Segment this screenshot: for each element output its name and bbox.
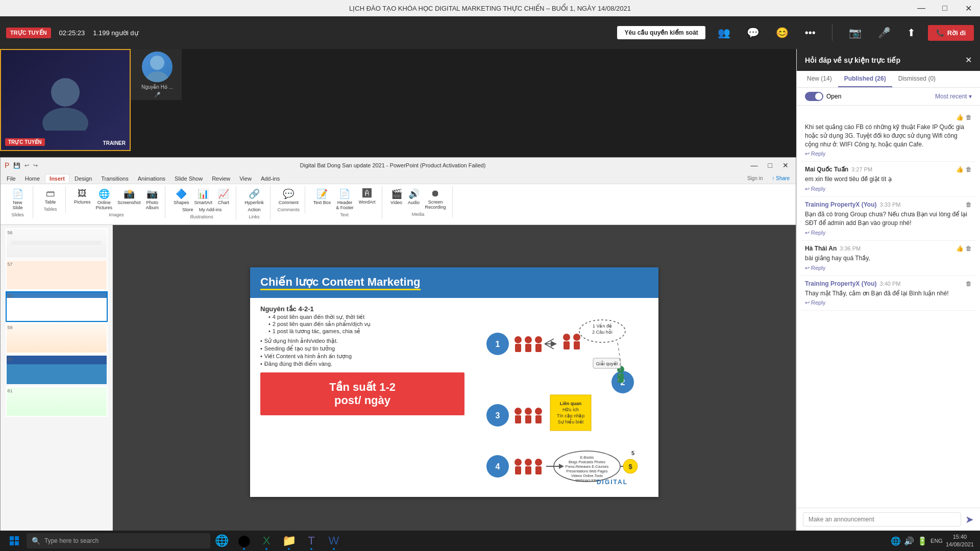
- ppt-ribbon: 📄 NewSlide Slides 🗃 Table Tables: [1, 184, 796, 225]
- tab-view[interactable]: View: [235, 174, 256, 183]
- chat-icon[interactable]: 💬: [743, 24, 764, 41]
- people-icon[interactable]: 👥: [714, 24, 734, 41]
- header-footer-button[interactable]: 📄 Header& Footer: [334, 187, 356, 211]
- tab-published[interactable]: Published (26): [838, 71, 892, 87]
- slide-thumb-58[interactable]: 58: [6, 291, 108, 322]
- bullet-3: 1 post là tương tác, games, chia sẻ: [268, 328, 464, 335]
- ppt-redo-icon[interactable]: ↪: [33, 162, 38, 169]
- share-icon[interactable]: ⬆: [903, 24, 920, 41]
- slide-thumb-59[interactable]: 59: [6, 323, 108, 354]
- mic-off-icon[interactable]: 🎤: [874, 24, 895, 41]
- share-link[interactable]: ↑ Share: [768, 174, 794, 182]
- qa-reply-button[interactable]: ↩ Reply: [805, 151, 972, 157]
- taskbar-app-teams[interactable]: T: [300, 531, 323, 551]
- maximize-button[interactable]: □: [933, 0, 957, 16]
- shapes-button[interactable]: 🔷 Shapes: [172, 187, 191, 206]
- request-control-button[interactable]: Yêu cầu quyền kiểm soát: [617, 26, 705, 39]
- text-box-button[interactable]: 📝 Text Box: [311, 187, 333, 211]
- ppt-save-icon[interactable]: 💾: [13, 162, 20, 169]
- thumbs-up-icon[interactable]: 👍: [956, 114, 964, 121]
- more-options-icon[interactable]: •••: [801, 25, 820, 41]
- tab-addins[interactable]: Add-ins: [257, 174, 284, 183]
- video-button[interactable]: 🎬 Video: [388, 187, 405, 211]
- close-qa-button[interactable]: ✕: [965, 55, 972, 65]
- leave-call-button[interactable]: 📞 Rời đi: [928, 25, 974, 41]
- taskbar-search[interactable]: 🔍 Type here to search: [27, 533, 210, 548]
- header-footer-icon: 📄: [339, 188, 350, 199]
- thumbs-up-icon[interactable]: 👍: [956, 245, 964, 252]
- sort-button[interactable]: Most recent ▾: [935, 93, 972, 100]
- table-button[interactable]: 🗃 Table: [42, 187, 59, 206]
- qa-reply-button[interactable]: ↩ Reply: [805, 265, 972, 271]
- ppt-minimize[interactable]: —: [748, 160, 761, 170]
- delete-icon[interactable]: 🗑: [966, 280, 972, 287]
- qa-reply-button[interactable]: ↩ Reply: [805, 186, 972, 192]
- action-button[interactable]: Action: [246, 206, 262, 213]
- announcement-input[interactable]: [803, 512, 961, 527]
- minimize-button[interactable]: —: [910, 0, 933, 16]
- ppt-undo-icon[interactable]: ↩: [24, 162, 29, 169]
- my-addins-button[interactable]: My Add-ins: [197, 206, 224, 213]
- store-button[interactable]: Store: [180, 206, 196, 213]
- slide-thumb-57[interactable]: 57: [6, 260, 108, 290]
- tab-slideshow[interactable]: Slide Show: [170, 174, 207, 183]
- start-button[interactable]: [2, 531, 27, 551]
- new-slide-button[interactable]: 📄 NewSlide: [10, 187, 26, 211]
- time-display[interactable]: 15:40 14/08/2021: [946, 533, 974, 549]
- svg-text:Hữu ích: Hữu ích: [562, 407, 579, 412]
- tab-transitions[interactable]: Transitions: [97, 174, 132, 183]
- tab-design[interactable]: Design: [70, 174, 96, 183]
- delete-icon[interactable]: 🗑: [966, 114, 972, 121]
- network-icon[interactable]: 🌐: [891, 536, 901, 546]
- taskbar-app-chrome[interactable]: ⬤: [233, 531, 255, 551]
- pictures-button[interactable]: 🖼 Pictures: [72, 187, 93, 211]
- call-timer: 02:25:23: [59, 29, 85, 37]
- ppt-restore[interactable]: □: [765, 160, 775, 170]
- taskbar-app-edge[interactable]: 🌐: [210, 531, 233, 551]
- open-toggle-switch[interactable]: [805, 92, 823, 101]
- wordart-button[interactable]: 🅰 WordArt: [357, 187, 378, 211]
- chart-button[interactable]: 📈 Chart: [215, 187, 232, 206]
- slide-thumb-61[interactable]: 61: [6, 386, 108, 417]
- tab-file[interactable]: File: [3, 174, 20, 183]
- smartart-button[interactable]: 📊 SmartArt: [192, 187, 215, 206]
- camera-off-icon[interactable]: 📷: [845, 24, 866, 41]
- live-badge[interactable]: TRỰC TUYẾN: [6, 28, 51, 38]
- delete-icon[interactable]: 🗑: [966, 245, 972, 252]
- comment-button[interactable]: 💬 Comment: [277, 187, 301, 206]
- volume-icon[interactable]: 🔊: [904, 536, 914, 546]
- send-button[interactable]: ➤: [965, 513, 974, 525]
- ppt-ribbon-tabs: File Home Insert Design Transitions Anim…: [1, 173, 796, 184]
- qa-reply-button[interactable]: ↩ Reply: [805, 230, 972, 236]
- screen-recording-icon: ⏺: [431, 188, 440, 199]
- screen-recording-button[interactable]: ⏺ ScreenRecording: [423, 187, 448, 211]
- delete-icon[interactable]: 🗑: [966, 166, 972, 173]
- audio-button[interactable]: 🔊 Audio: [406, 187, 422, 211]
- ppt-close[interactable]: ✕: [779, 160, 792, 170]
- participant-card: Nguyễn Hồ ... 🎤: [137, 52, 178, 97]
- taskbar-app-excel[interactable]: X: [255, 531, 278, 551]
- slide-thumb-60[interactable]: 60: [6, 355, 108, 385]
- photo-album-button[interactable]: 📷 PhotoAlbum: [144, 187, 161, 211]
- close-button[interactable]: ✕: [957, 0, 980, 16]
- taskbar-app-folder[interactable]: 📁: [278, 531, 300, 551]
- hyperlink-button[interactable]: 🔗 Hyperlink: [242, 187, 266, 206]
- tab-insert[interactable]: Insert: [45, 174, 69, 183]
- language-indicator[interactable]: ENG: [930, 538, 943, 544]
- tab-dismissed[interactable]: Dismissed (0): [892, 71, 942, 87]
- qa-reply-button[interactable]: ↩ Reply: [805, 299, 972, 306]
- tab-animations[interactable]: Animations: [134, 174, 169, 183]
- svg-point-3: [146, 71, 168, 82]
- tab-home[interactable]: Home: [21, 174, 44, 183]
- delete-icon[interactable]: 🗑: [966, 201, 972, 208]
- tab-new[interactable]: New (14): [801, 71, 838, 87]
- online-pictures-button[interactable]: 🌐 OnlinePictures: [94, 187, 115, 211]
- screenshot-button[interactable]: 📸 Screenshot: [115, 187, 143, 211]
- taskbar-app-word[interactable]: W: [323, 531, 345, 551]
- battery-icon[interactable]: 🔋: [917, 536, 927, 546]
- thumbs-up-icon[interactable]: 👍: [956, 166, 964, 173]
- sign-in-link[interactable]: Sign in: [743, 174, 767, 182]
- tab-review[interactable]: Review: [208, 174, 234, 183]
- slide-thumb-56[interactable]: 56: [6, 228, 108, 259]
- reactions-icon[interactable]: 😊: [772, 24, 793, 41]
